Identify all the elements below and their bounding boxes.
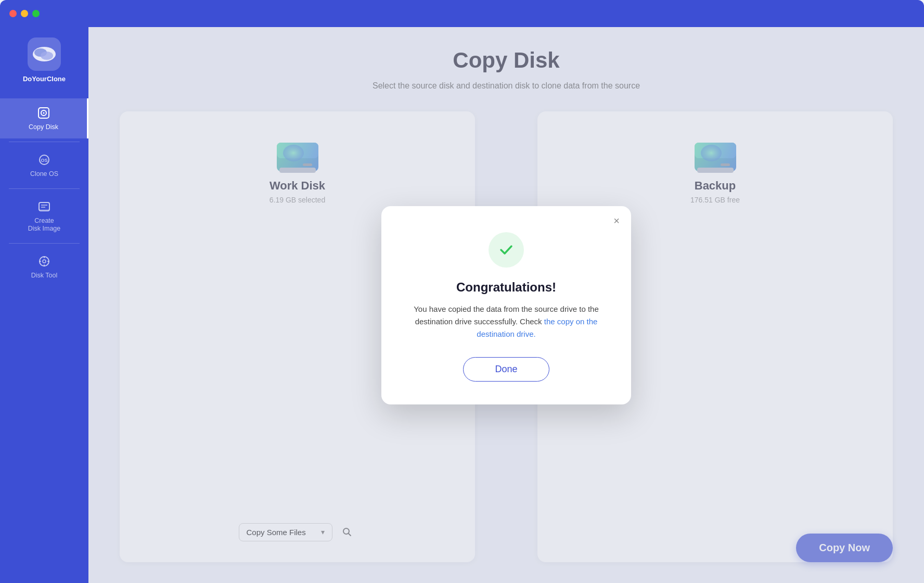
sidebar-item-clone-os[interactable]: OS Clone OS [0, 145, 88, 185]
modal-close-button[interactable]: × [613, 216, 620, 226]
sidebar-item-disk-tool[interactable]: Disk Tool [0, 247, 88, 287]
svg-point-5 [43, 112, 44, 114]
modal-overlay: × Congratulations! You have copied the d… [88, 27, 924, 583]
sidebar-divider-3 [9, 243, 80, 244]
app-container: DoYourClone Copy Disk OS Clone O [0, 27, 924, 583]
svg-point-13 [43, 260, 46, 263]
maximize-button[interactable] [32, 10, 40, 17]
modal-done-button[interactable]: Done [463, 357, 549, 382]
sidebar-divider-1 [9, 142, 80, 142]
svg-point-2 [41, 52, 53, 60]
clone-os-label: Clone OS [30, 170, 58, 178]
disk-tool-label: Disk Tool [31, 272, 57, 280]
copy-disk-label: Copy Disk [29, 123, 58, 131]
success-check-circle [489, 232, 524, 268]
svg-text:OS: OS [41, 158, 47, 163]
sidebar-logo: DoYourClone [23, 37, 66, 83]
sidebar-item-copy-disk[interactable]: Copy Disk [0, 98, 88, 138]
titlebar [0, 0, 924, 27]
minimize-button[interactable] [21, 10, 28, 17]
sidebar-divider-2 [9, 188, 80, 189]
disk-tool-icon [37, 254, 52, 269]
sidebar: DoYourClone Copy Disk OS Clone O [0, 27, 88, 583]
app-name-label: DoYourClone [23, 75, 66, 83]
create-disk-image-icon [37, 199, 52, 214]
clone-os-icon: OS [37, 153, 52, 167]
modal-title: Congratulations! [456, 280, 556, 295]
success-modal: × Congratulations! You have copied the d… [381, 206, 631, 404]
copy-disk-icon [36, 106, 51, 120]
traffic-lights [9, 10, 40, 17]
app-logo-icon [28, 37, 61, 71]
close-button[interactable] [9, 10, 17, 17]
create-disk-image-label: CreateDisk Image [28, 217, 61, 233]
main-content: Copy Disk Select the source disk and des… [88, 27, 924, 583]
modal-body: You have copied the data from the source… [413, 303, 600, 340]
sidebar-item-create-disk-image[interactable]: CreateDisk Image [0, 192, 88, 240]
